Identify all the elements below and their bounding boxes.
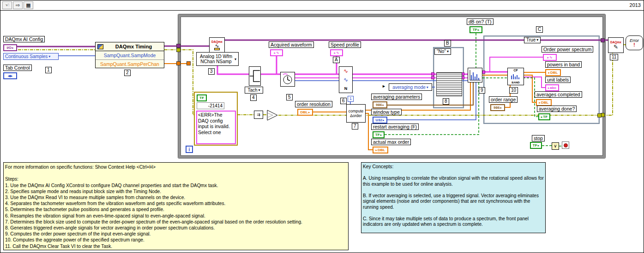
samples-constant[interactable]	[187, 61, 191, 65]
acquired-waveform-label: Acquired waveform	[269, 41, 314, 48]
averaging-done-indicator[interactable]: TF	[538, 113, 550, 120]
error-code-constant[interactable]: -21414	[197, 102, 224, 109]
resample-vi[interactable]: ∿ ∿ N	[339, 66, 353, 93]
simple-error-handler-vi[interactable]: Error !	[626, 35, 643, 50]
window-type-terminal[interactable]: U32	[373, 117, 387, 124]
acquired-waveform-indicator[interactable]: ∿	[270, 49, 283, 56]
powers-in-band-indicator[interactable]: DBL	[545, 69, 561, 76]
compute-delta-order-node[interactable]: compute Δorder	[346, 104, 366, 123]
case-b-selector-label: "No"	[437, 49, 446, 54]
index-array-node[interactable]: ⇉	[254, 111, 263, 119]
stop-sign-icon	[564, 143, 568, 147]
order-resolution-terminal[interactable]: DBL	[297, 109, 313, 116]
daqmx-timing-node[interactable]: DAQmx Timing SampQuant.SampMode SampQuan…	[95, 42, 164, 68]
numeric-constant-1[interactable]: 1	[348, 96, 354, 102]
timing-prop-sampperchan[interactable]: SampQuant.SampPerChan	[96, 60, 164, 68]
order-power-spectrum-label: Order power spectrum	[542, 46, 593, 53]
averages-completed-indicator[interactable]: DBL	[536, 99, 552, 106]
tacho-speed-vi[interactable]	[280, 72, 295, 87]
order-power-spectrum-indicator[interactable]: ∿	[543, 54, 557, 61]
step-label-4: 4	[250, 94, 257, 101]
band-bars-icon	[511, 74, 521, 79]
power-in-band-vi[interactable]: CP BAND	[507, 68, 524, 85]
step-label-1: 1	[45, 67, 52, 73]
error-constant-cluster[interactable]: TF -21414 <ERR>The DAQ config input is i…	[194, 92, 238, 146]
step-label-11: 11	[610, 54, 618, 60]
band-node-band-label: BAND	[512, 81, 519, 84]
case-c-selector[interactable]: True	[524, 37, 541, 43]
read-device-icon	[214, 48, 220, 50]
daqmx-clear-task-vi[interactable]: DAQmx ✎	[608, 37, 624, 53]
tab-control-terminal[interactable]: ◀▶	[3, 72, 17, 79]
waveform-wires[interactable]	[217, 53, 507, 74]
actual-max-order-label: actual max order	[371, 139, 411, 145]
stop-terminal[interactable]: TF	[530, 142, 542, 149]
exclamation-icon: !	[633, 43, 635, 47]
tach-label: Tach	[247, 88, 257, 93]
merge-errors-node[interactable]	[266, 109, 279, 121]
case-c-selector-label: True	[526, 37, 536, 43]
split-signals-glyph	[249, 67, 260, 85]
tunnel-samples-in	[176, 61, 181, 65]
error-message-constant[interactable]: <ERR>The DAQ config input is invalid. Se…	[196, 111, 236, 144]
averaging-mode-ring[interactable]: averaging mode	[389, 83, 432, 91]
true-constant[interactable]: TF	[197, 94, 207, 101]
unit-labels-indicator[interactable]: abc	[545, 84, 559, 91]
db-on-label: dB on? (T)	[467, 18, 494, 25]
step-label-9: 9	[479, 87, 485, 94]
compute-label-line1: compute	[349, 109, 364, 113]
case-b-selector[interactable]: "No"	[434, 48, 451, 55]
stop-label: stop	[532, 135, 545, 141]
daqmx-read-vi[interactable]: DAQmx ∿	[209, 37, 225, 53]
daqmx-task-terminal[interactable]: I/O	[3, 44, 17, 51]
speed-profile-indicator[interactable]: ∿	[330, 49, 343, 56]
restart-averaging-terminal[interactable]: TF	[373, 131, 385, 138]
timing-node-icon	[97, 44, 103, 49]
restart-averaging-label: restart averaging (F)	[371, 124, 419, 130]
or-glyph: ∨	[554, 143, 557, 148]
or-function[interactable]: ∨	[552, 142, 559, 150]
averaging-parameters-terminal[interactable]: 986	[373, 101, 387, 108]
spectrum-bars-icon	[469, 69, 481, 82]
pencil-icon: ✎	[614, 44, 618, 50]
window-type-label: window type	[371, 109, 402, 115]
step-label-7: 7	[352, 123, 358, 129]
index-array-glyph: ⇉	[257, 112, 260, 117]
order-spectrum-vi[interactable]	[468, 68, 482, 82]
db-on-terminal[interactable]: TF	[469, 26, 482, 33]
order-range-terminal[interactable]: 986	[490, 104, 505, 111]
tach-channel-selector[interactable]: Tach	[245, 87, 263, 94]
sample-mode-enum[interactable]: Continuous Samples	[3, 53, 59, 60]
band-node-cp-label: CP	[513, 69, 518, 72]
speed-profile-label: Speed profile	[329, 41, 361, 48]
read-polymorphic-selector[interactable]: Analog 1D Wfm NChan NSamp	[196, 52, 239, 66]
compute-label-line2: Δorder	[350, 113, 362, 118]
timing-node-title: DAQmx Timing	[105, 44, 162, 49]
unit-labels-label: unit labels	[545, 76, 571, 83]
step-label-2: 2	[124, 70, 131, 76]
split-signals-node[interactable]	[249, 66, 261, 86]
resample-n-label: N	[344, 86, 348, 91]
step-label-5: 5	[286, 94, 293, 100]
daqmx-ai-config-label: DAQmx AI Config	[3, 36, 45, 42]
powers-in-band-label: powers in band	[545, 61, 582, 68]
loop-iteration-terminal[interactable]: i	[186, 146, 193, 153]
sample-mode-value: Continuous Samples	[5, 54, 48, 59]
steps-note: For more information on specific functio…	[3, 162, 349, 250]
read-selector-label: Analog 1D Wfm NChan NSamp	[199, 54, 234, 64]
section-label-b: B	[444, 40, 451, 47]
step-label-6: 6	[340, 98, 347, 104]
ring-arrow-icon: ►	[382, 84, 386, 88]
daqmx-clear-badge: DAQmx	[610, 41, 621, 44]
timing-prop-sampmode[interactable]: SampQuant.SampMode	[96, 51, 164, 60]
order-range-label: order range	[489, 96, 518, 103]
actual-max-order-indicator[interactable]: DBL	[373, 147, 388, 153]
section-label-a: A	[333, 57, 340, 63]
loop-condition-terminal[interactable]	[562, 141, 569, 149]
section-label-c: C	[536, 26, 543, 33]
tunnel-task-out	[601, 38, 605, 42]
averaging-mode-label: averaging mode	[392, 85, 426, 90]
triggered-signals-array	[436, 72, 462, 96]
step-label-3: 3	[208, 68, 215, 75]
case-c-tunnel-error	[597, 113, 602, 118]
